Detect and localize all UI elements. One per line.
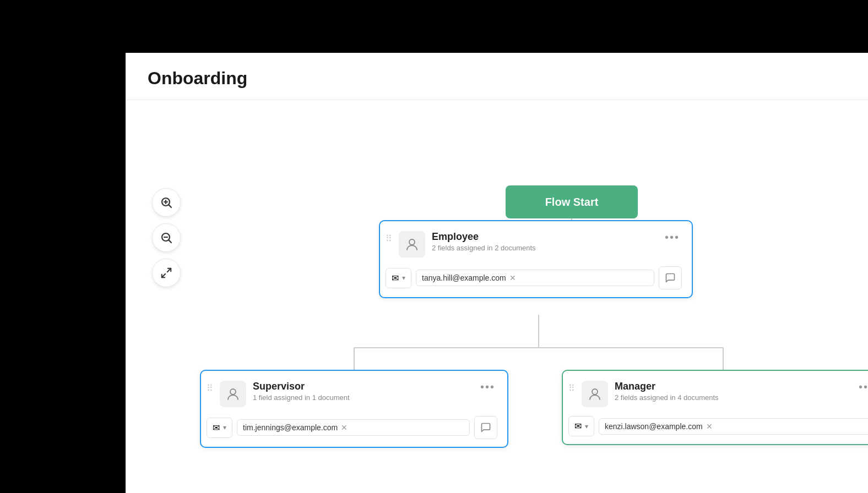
employee-node-card: ⠿ Employee 2 fields assigned in 2 docume… xyxy=(379,220,693,298)
manager-email-chip: kenzi.lawson@example.com ✕ xyxy=(599,418,868,435)
email-icon: ✉ xyxy=(574,421,582,431)
manager-email-type-dropdown[interactable]: ✉ ▾ xyxy=(568,416,594,436)
drag-handle-employee[interactable]: ⠿ xyxy=(386,233,392,244)
manager-more-button[interactable]: ••• xyxy=(856,381,868,393)
flow-start-button[interactable]: Flow Start xyxy=(506,185,638,218)
svg-line-1 xyxy=(169,205,171,207)
svg-line-5 xyxy=(169,240,171,243)
email-icon: ✉ xyxy=(392,273,399,283)
chevron-down-icon: ▾ xyxy=(223,424,226,431)
chevron-down-icon: ▾ xyxy=(585,423,588,430)
supervisor-role-icon xyxy=(220,381,246,407)
employee-more-button[interactable]: ••• xyxy=(663,231,682,244)
drag-handle-manager[interactable]: ⠿ xyxy=(568,383,575,393)
supervisor-email-value: tim.jennings@example.com xyxy=(243,423,338,432)
manager-email-remove-button[interactable]: ✕ xyxy=(706,422,713,431)
employee-chat-button[interactable] xyxy=(659,266,682,289)
manager-node-card: ⠿ Manager 2 fields assigned in 4 documen… xyxy=(562,370,868,445)
employee-email-remove-button[interactable]: ✕ xyxy=(509,273,516,282)
supervisor-email-chip: tim.jennings@example.com ✕ xyxy=(237,419,470,436)
supervisor-role-desc: 1 field assigned in 1 document xyxy=(253,393,471,402)
manager-role-name: Manager xyxy=(615,381,850,392)
drag-handle-supervisor[interactable]: ⠿ xyxy=(207,383,213,393)
zoom-out-button[interactable] xyxy=(152,223,181,252)
flow-canvas-area: Flow Start ⠿ Employee 2 fields assi xyxy=(126,100,868,485)
manager-role-icon xyxy=(582,381,608,407)
employee-email-value: tanya.hill@example.com xyxy=(422,273,506,282)
zoom-in-button[interactable] xyxy=(152,188,181,217)
supervisor-more-button[interactable]: ••• xyxy=(478,381,497,393)
supervisor-role-name: Supervisor xyxy=(253,381,471,392)
employee-role-desc: 2 fields assigned in 2 documents xyxy=(432,244,656,252)
supervisor-chat-button[interactable] xyxy=(474,416,497,439)
employee-role-name: Employee xyxy=(432,231,656,243)
page-title: Onboarding xyxy=(148,68,846,89)
page-header: Onboarding xyxy=(126,53,868,100)
fit-view-button[interactable] xyxy=(152,259,181,287)
employee-email-type-dropdown[interactable]: ✉ ▾ xyxy=(386,268,411,288)
supervisor-email-remove-button[interactable]: ✕ xyxy=(341,423,348,432)
zoom-controls xyxy=(152,188,181,287)
manager-role-desc: 2 fields assigned in 4 documents xyxy=(615,393,850,402)
supervisor-node-card: ⠿ Supervisor 1 field assigned in 1 docum… xyxy=(200,370,508,448)
email-icon: ✉ xyxy=(213,423,220,433)
manager-email-value: kenzi.lawson@example.com xyxy=(605,422,703,431)
employee-role-icon xyxy=(399,231,425,258)
employee-email-chip: tanya.hill@example.com ✕ xyxy=(416,270,654,286)
supervisor-email-type-dropdown[interactable]: ✉ ▾ xyxy=(207,418,232,438)
chevron-down-icon: ▾ xyxy=(402,274,405,282)
